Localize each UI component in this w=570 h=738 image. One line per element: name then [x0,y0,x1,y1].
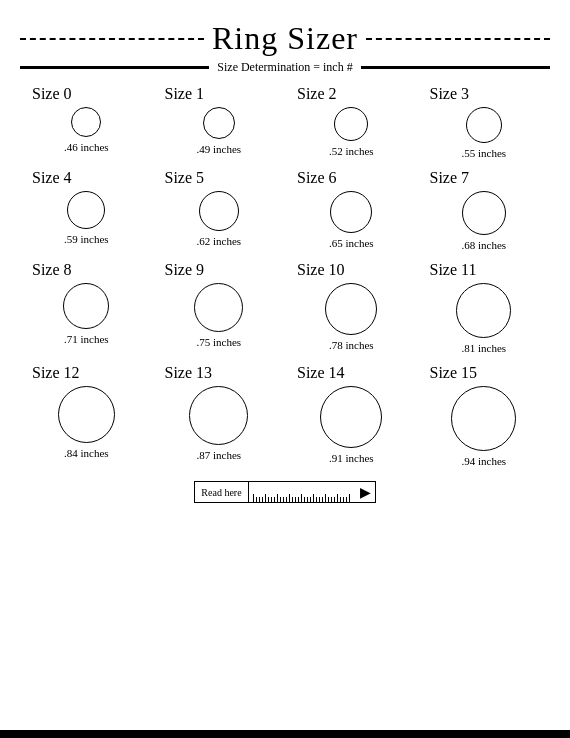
ring-grid: Size 0.46 inchesSize 1.49 inchesSize 2.5… [20,81,550,473]
ruler-tick [310,497,311,502]
ruler-tick [346,497,347,502]
ring-size-label: Size 12 [24,364,80,382]
ruler-tick [289,494,290,502]
ring-size-label: Size 10 [289,261,345,279]
ring-size-label: Size 9 [157,261,205,279]
ring-inches: .65 inches [329,237,374,249]
ring-circle [320,386,382,448]
ruler-tick [262,497,263,502]
ring-size-label: Size 3 [422,85,470,103]
title: Ring Sizer [204,20,366,57]
ring-inches: .94 inches [461,455,506,467]
ruler-tick [268,497,269,502]
ring-inches: .62 inches [196,235,241,247]
ring-size-label: Size 13 [157,364,213,382]
ruler-tick [331,497,332,502]
ring-inches: .71 inches [64,333,109,345]
ruler-section: Read here ▶ [20,481,550,503]
ruler-tick [253,494,254,502]
ring-circle [466,107,502,143]
ring-circle [194,283,243,332]
ruler-tick [301,494,302,502]
ring-circle [58,386,115,443]
ruler-tick [316,497,317,502]
ruler-tick [277,494,278,502]
ring-cell: Size 5.62 inches [153,165,286,257]
ring-inches: .52 inches [329,145,374,157]
ring-inches: .81 inches [461,342,506,354]
ring-cell: Size 1.49 inches [153,81,286,165]
ruler-tick [295,497,296,502]
ring-size-label: Size 7 [422,169,470,187]
ring-size-label: Size 5 [157,169,205,187]
ruler-tick [283,497,284,502]
ring-circle [462,191,506,235]
ruler-tick [304,497,305,502]
ring-cell: Size 0.46 inches [20,81,153,165]
ring-cell: Size 2.52 inches [285,81,418,165]
ruler-tick [328,497,329,502]
ruler-tick [349,494,350,502]
ring-size-label: Size 6 [289,169,337,187]
ruler-tick [265,494,266,502]
ring-inches: .91 inches [329,452,374,464]
ring-inches: .55 inches [461,147,506,159]
ruler-label: Read here [195,482,248,502]
ruler-ticks [249,482,356,502]
ruler-tick [274,497,275,502]
ring-circle [451,386,516,451]
ring-circle [199,191,239,231]
ring-size-label: Size 0 [24,85,72,103]
ring-size-label: Size 2 [289,85,337,103]
ring-inches: .78 inches [329,339,374,351]
ring-circle [330,191,372,233]
ring-size-label: Size 1 [157,85,205,103]
subtitle-text: Size Determination = inch # [209,60,360,75]
ring-inches: .49 inches [196,143,241,155]
ring-cell: Size 12.84 inches [20,360,153,473]
ruler-tick [259,497,260,502]
dashed-line: Ring Sizer [20,20,550,57]
ring-cell: Size 7.68 inches [418,165,551,257]
ring-size-label: Size 15 [422,364,478,382]
ruler-tick [292,497,293,502]
ring-size-label: Size 11 [422,261,477,279]
ring-cell: Size 4.59 inches [20,165,153,257]
ring-cell: Size 15.94 inches [418,360,551,473]
ring-cell: Size 9.75 inches [153,257,286,360]
ruler-tick [334,497,335,502]
ruler-arrow: ▶ [356,484,375,501]
ruler-tick [322,497,323,502]
ring-size-label: Size 8 [24,261,72,279]
ring-cell: Size 13.87 inches [153,360,286,473]
ruler-tick [286,497,287,502]
ring-inches: .87 inches [196,449,241,461]
ruler-tick [256,497,257,502]
bottom-bar [0,730,570,738]
ring-circle [334,107,368,141]
ruler-tick [280,497,281,502]
subtitle-bar: Size Determination = inch # [20,60,550,75]
ring-inches: .75 inches [196,336,241,348]
ring-cell: Size 11.81 inches [418,257,551,360]
ruler-tick [271,497,272,502]
ring-size-label: Size 4 [24,169,72,187]
ring-circle [63,283,109,329]
ruler-tick [298,497,299,502]
ring-circle [203,107,235,139]
ring-inches: .46 inches [64,141,109,153]
ruler-tick [313,494,314,502]
ring-inches: .59 inches [64,233,109,245]
ruler-tick [325,494,326,502]
ring-circle [67,191,105,229]
ring-cell: Size 6.65 inches [285,165,418,257]
ruler-tick [319,497,320,502]
ruler-tick [337,494,338,502]
ring-cell: Size 3.55 inches [418,81,551,165]
ring-size-label: Size 14 [289,364,345,382]
ring-circle [456,283,511,338]
ring-cell: Size 10.78 inches [285,257,418,360]
ring-cell: Size 8.71 inches [20,257,153,360]
page: Ring Sizer Size Determination = inch # S… [0,0,570,738]
ring-cell: Size 14.91 inches [285,360,418,473]
